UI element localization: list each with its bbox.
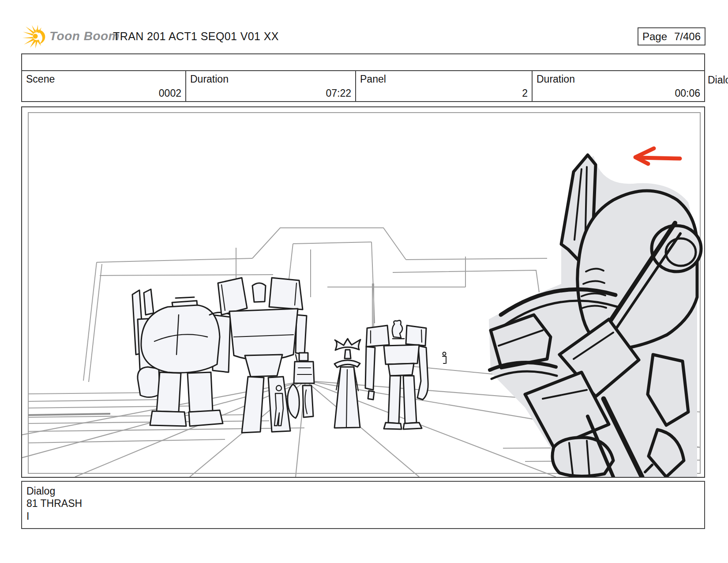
dialog-label: Dialog (26, 485, 700, 497)
panel-value: 2 (522, 87, 528, 99)
toonboom-wordmark: Toon Boom (49, 29, 120, 43)
bird-figure (392, 321, 404, 339)
dialog-box: Dialog 81 THRASH I (21, 481, 705, 529)
toonboom-logo-icon (22, 25, 48, 49)
storyboard-sketch (22, 107, 704, 477)
shot-info-row: Scene 0002 Duration 07:22 Panel 2 Durati… (22, 71, 704, 101)
scene-duration-value: 07:22 (326, 87, 351, 99)
scene-cell: Scene 0002 (22, 71, 186, 101)
document-title: TRAN 201 ACT1 SEQ01 V01 XX (113, 30, 279, 43)
floor-grid-heavy-line (28, 414, 110, 415)
shoulder-bird-robot (365, 321, 428, 429)
scene-duration-cell: Duration 07:22 (186, 71, 356, 101)
storyboard-panel (21, 106, 705, 478)
page-number: 7/406 (674, 30, 701, 43)
distant-figure (443, 352, 446, 364)
shot-info-table: Scene 0002 Duration 07:22 Panel 2 Durati… (21, 53, 705, 102)
scene-label: Scene (26, 73, 55, 85)
panel-duration-value: 00:06 (675, 87, 700, 99)
dialog-line: I (26, 510, 700, 523)
robot-group (132, 278, 446, 433)
scene-value: 0002 (159, 87, 181, 99)
crest-head-figure (334, 339, 360, 428)
page-label: Page (642, 30, 667, 43)
left-arrow-annotation-icon (635, 148, 680, 164)
clipped-dialog-column-label: Dialog (708, 74, 728, 86)
foreground-robot (489, 155, 701, 477)
small-wheel-robot (288, 353, 314, 418)
storyboard-page: { "header": { "logo_text": "Toon Boom", … (0, 0, 728, 563)
dialog-line: 81 THRASH (26, 497, 700, 510)
panel-label: Panel (360, 73, 386, 85)
page-indicator: Page 7/406 (638, 27, 705, 45)
panel-duration-label: Duration (537, 73, 575, 85)
panel-cell: Panel 2 (356, 71, 533, 101)
scene-duration-label: Duration (190, 73, 229, 85)
panel-duration-cell: Duration 00:06 (533, 71, 704, 101)
shot-info-empty-row (22, 54, 704, 71)
